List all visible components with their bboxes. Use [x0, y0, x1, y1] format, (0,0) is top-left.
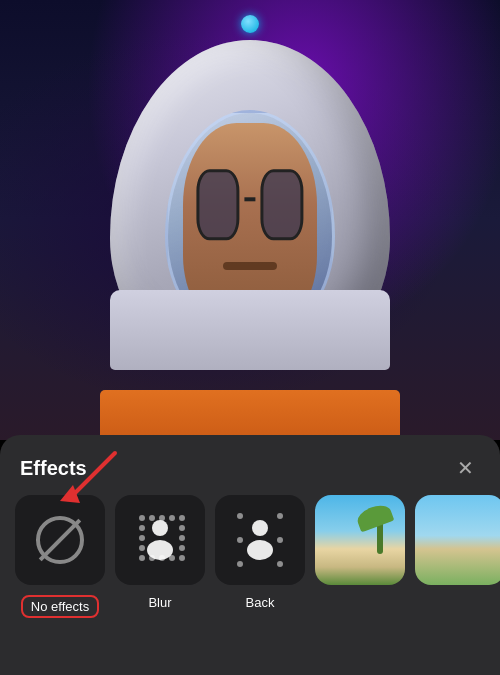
no-effects-icon — [15, 495, 105, 585]
svg-point-9 — [139, 545, 145, 551]
svg-point-6 — [179, 525, 185, 531]
panel-title: Effects — [20, 457, 87, 480]
astronaut-helmet — [90, 10, 410, 430]
svg-point-17 — [147, 540, 173, 560]
effect-beach-1[interactable] — [315, 495, 405, 585]
svg-point-20 — [237, 513, 243, 519]
svg-point-21 — [277, 513, 283, 519]
label-beach1 — [315, 595, 405, 618]
label-blur: Blur — [115, 595, 205, 618]
blur-bg-icon — [215, 495, 305, 585]
svg-point-23 — [277, 561, 283, 567]
beach-2-thumbnail — [415, 495, 500, 585]
svg-point-10 — [179, 545, 185, 551]
label-back: Back — [215, 595, 305, 618]
svg-point-4 — [179, 515, 185, 521]
labels-row: No effects Blur Back — [0, 585, 500, 618]
svg-point-3 — [169, 515, 175, 521]
svg-point-25 — [277, 537, 283, 543]
effect-blur-bg[interactable] — [215, 495, 305, 585]
effect-no-effects[interactable] — [15, 495, 105, 585]
svg-point-18 — [252, 520, 268, 536]
camera-preview — [0, 0, 500, 440]
svg-point-8 — [179, 535, 185, 541]
effects-strip[interactable] — [0, 495, 500, 585]
svg-point-22 — [237, 561, 243, 567]
svg-point-0 — [139, 515, 145, 521]
svg-point-1 — [149, 515, 155, 521]
svg-point-19 — [247, 540, 273, 560]
blur-person-icon — [115, 495, 205, 585]
svg-point-7 — [139, 535, 145, 541]
close-button[interactable]: ✕ — [450, 453, 480, 483]
effects-panel: Effects ✕ — [0, 435, 500, 675]
panel-header: Effects ✕ — [0, 435, 500, 495]
svg-point-24 — [237, 537, 243, 543]
label-beach2 — [415, 595, 500, 618]
svg-point-5 — [139, 525, 145, 531]
svg-point-16 — [152, 520, 168, 536]
label-no-effects: No effects — [15, 595, 105, 618]
beach-1-thumbnail — [315, 495, 405, 585]
effect-blur-person[interactable] — [115, 495, 205, 585]
effect-beach-2[interactable] — [415, 495, 500, 585]
svg-point-11 — [139, 555, 145, 561]
svg-point-15 — [179, 555, 185, 561]
